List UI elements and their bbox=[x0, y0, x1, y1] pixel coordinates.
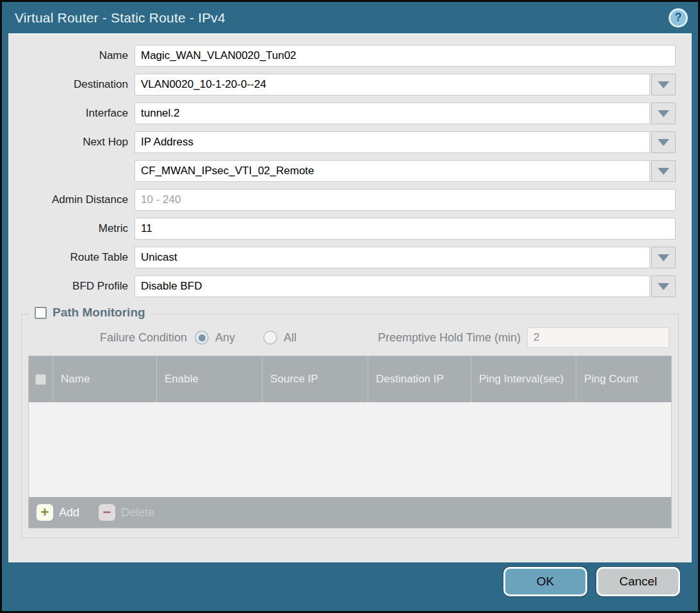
add-button[interactable]: + Add bbox=[37, 504, 79, 521]
radio-all-label: All bbox=[284, 331, 297, 345]
route-table-dropdown-button[interactable] bbox=[651, 247, 676, 268]
metric-input[interactable] bbox=[134, 218, 676, 240]
metric-row: Metric bbox=[8, 218, 676, 240]
column-header-enable: Enable bbox=[156, 356, 262, 402]
dialog-title: Virtual Router - Static Route - IPv4 bbox=[15, 10, 669, 26]
preemptive-hold-time-label: Preemptive Hold Time (min) bbox=[378, 331, 521, 345]
interface-row: Interface bbox=[8, 102, 676, 124]
preemptive-hold-time-input bbox=[527, 327, 669, 348]
path-monitoring-section: Path Monitoring Failure Condition Any Al… bbox=[21, 314, 679, 538]
select-all-cell bbox=[29, 356, 53, 402]
static-route-dialog: Virtual Router - Static Route - IPv4 ? N… bbox=[0, 0, 700, 613]
failure-condition-all-option: All bbox=[263, 331, 297, 345]
destination-row: Destination bbox=[8, 74, 676, 95]
next-hop-row: Next Hop bbox=[8, 131, 676, 153]
chevron-down-icon bbox=[658, 139, 669, 146]
admin-distance-input[interactable] bbox=[134, 189, 676, 211]
ok-button[interactable]: OK bbox=[503, 567, 587, 596]
help-glyph: ? bbox=[675, 11, 682, 24]
failure-condition-any-option: Any bbox=[195, 331, 235, 345]
route-table-input[interactable] bbox=[134, 247, 650, 268]
failure-condition-label: Failure Condition bbox=[27, 331, 187, 345]
metric-label: Metric bbox=[8, 222, 134, 235]
add-button-label: Add bbox=[59, 506, 79, 519]
next-hop-address-input[interactable] bbox=[134, 160, 650, 182]
column-header-ping-interval: Ping Interval(sec) bbox=[471, 356, 576, 402]
failure-condition-row: Failure Condition Any All Preemptive Hol… bbox=[27, 327, 669, 348]
dialog-footer: OK Cancel bbox=[2, 562, 698, 596]
minus-icon: − bbox=[99, 504, 115, 521]
destination-input[interactable] bbox=[134, 74, 650, 95]
name-label: Name bbox=[8, 49, 134, 62]
dialog-titlebar: Virtual Router - Static Route - IPv4 ? bbox=[2, 2, 698, 33]
table-header-row: Name Enable Source IP Destination IP Pin… bbox=[29, 356, 671, 402]
admin-distance-label: Admin Distance bbox=[8, 193, 134, 206]
table-body-empty bbox=[29, 402, 671, 497]
path-monitoring-legend: Path Monitoring bbox=[29, 306, 151, 320]
plus-icon: + bbox=[37, 504, 53, 521]
chevron-down-icon bbox=[658, 81, 669, 88]
column-header-destination-ip: Destination IP bbox=[368, 356, 471, 402]
chevron-down-icon bbox=[658, 283, 669, 290]
next-hop-label: Next Hop bbox=[8, 136, 134, 149]
table-footer-toolbar: + Add − Delete bbox=[29, 497, 671, 528]
interface-dropdown-button[interactable] bbox=[651, 102, 676, 124]
dialog-body: Name Destination Interface bbox=[8, 33, 692, 562]
next-hop-type-dropdown-button[interactable] bbox=[651, 131, 676, 153]
bfd-profile-dropdown-button[interactable] bbox=[651, 275, 676, 297]
interface-label: Interface bbox=[8, 107, 134, 120]
bfd-profile-label: BFD Profile bbox=[8, 280, 134, 293]
chevron-down-icon bbox=[658, 168, 669, 175]
column-header-source-ip: Source IP bbox=[262, 356, 368, 402]
delete-button-label: Delete bbox=[121, 506, 154, 519]
interface-input[interactable] bbox=[134, 102, 650, 124]
next-hop-type-input[interactable] bbox=[134, 131, 650, 153]
radio-all bbox=[263, 331, 277, 345]
column-header-ping-count: Ping Count bbox=[576, 356, 671, 402]
bfd-profile-row: BFD Profile bbox=[8, 275, 676, 297]
delete-button: − Delete bbox=[99, 504, 154, 521]
column-header-name: Name bbox=[53, 356, 156, 402]
radio-any bbox=[195, 331, 209, 345]
name-row: Name bbox=[8, 45, 676, 67]
select-all-checkbox bbox=[35, 374, 46, 385]
chevron-down-icon bbox=[658, 110, 669, 117]
path-monitoring-checkbox[interactable] bbox=[35, 307, 47, 319]
next-hop-address-dropdown-button[interactable] bbox=[651, 160, 676, 182]
static-route-form: Name Destination Interface bbox=[8, 35, 692, 297]
radio-any-label: Any bbox=[215, 331, 235, 345]
path-monitoring-table: Name Enable Source IP Destination IP Pin… bbox=[28, 356, 672, 528]
help-icon[interactable]: ? bbox=[669, 8, 688, 28]
destination-dropdown-button[interactable] bbox=[651, 74, 676, 95]
admin-distance-row: Admin Distance bbox=[8, 189, 676, 211]
cancel-button[interactable]: Cancel bbox=[596, 567, 680, 596]
route-table-row: Route Table bbox=[8, 247, 676, 268]
name-input[interactable] bbox=[134, 45, 676, 67]
bfd-profile-input[interactable] bbox=[134, 275, 650, 297]
path-monitoring-title: Path Monitoring bbox=[53, 306, 145, 320]
destination-label: Destination bbox=[8, 78, 134, 91]
next-hop-address-row bbox=[8, 160, 676, 182]
route-table-label: Route Table bbox=[8, 251, 134, 264]
chevron-down-icon bbox=[658, 254, 669, 261]
